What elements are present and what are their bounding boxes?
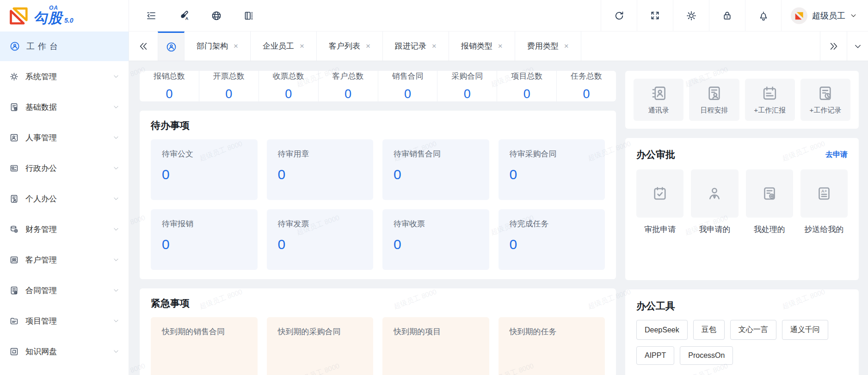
tab-reimburse-type[interactable]: 报销类型×: [449, 31, 515, 61]
logo-name: 勾股: [33, 10, 63, 25]
tabs-scroll-left-icon[interactable]: [129, 31, 158, 61]
card-value: 0: [394, 237, 478, 252]
tab-customer-list[interactable]: 客户列表×: [317, 31, 383, 61]
card-value: 0: [510, 167, 594, 182]
tool-button-aippt[interactable]: AIPPT: [636, 346, 674, 365]
close-icon[interactable]: ×: [564, 42, 569, 50]
quick-action-schedule[interactable]: 日程安排: [689, 79, 739, 121]
tool-button-doubao[interactable]: 豆包: [693, 320, 725, 340]
stat-invoice-out-total[interactable]: 开票总数0: [199, 71, 259, 101]
card-value: 0: [510, 237, 594, 252]
sidebar-item-workbench[interactable]: 工作台: [0, 31, 129, 61]
todo-card[interactable]: 待完成任务0: [499, 209, 605, 270]
stat-purchase-contract[interactable]: 采购合同0: [437, 71, 497, 101]
quick-action-work-record[interactable]: +工作记录: [800, 79, 850, 121]
todo-card[interactable]: 待审发票0: [267, 209, 374, 270]
close-icon[interactable]: ×: [498, 42, 503, 50]
tool-button-tongyi[interactable]: 通义千问: [782, 320, 828, 340]
urgent-card[interactable]: 快到期的任务: [499, 317, 605, 375]
card-value: 0: [162, 237, 246, 252]
svg-text:A+: A+: [821, 188, 827, 194]
quick-action-work-report[interactable]: +工作汇报: [745, 79, 795, 121]
sidebar-item-customer[interactable]: 客户管理: [0, 244, 129, 275]
tab-workbench-home[interactable]: [158, 31, 185, 61]
database-doc-icon: [9, 102, 19, 112]
theme-brush-icon[interactable]: A: [178, 10, 190, 21]
sidebar-item-finance[interactable]: 财务管理: [0, 214, 129, 244]
todo-card[interactable]: 待审收票0: [382, 209, 489, 270]
sidebar-item-system[interactable]: 系统管理: [0, 61, 129, 92]
collapse-sidebar-icon[interactable]: [146, 10, 157, 21]
language-globe-icon[interactable]: [211, 10, 222, 21]
tabs-dropdown-icon[interactable]: [847, 31, 868, 61]
refresh-icon[interactable]: [601, 0, 637, 31]
tool-button-processon[interactable]: ProcessOn: [680, 346, 733, 365]
close-icon[interactable]: ×: [234, 42, 238, 50]
stat-sales-contract[interactable]: 销售合同0: [378, 71, 438, 101]
sidebar-item-contract[interactable]: 合同管理: [0, 275, 129, 306]
tab-strip: 部门架构× 企业员工× 客户列表× 跟进记录× 报销类型× 费用类型×: [129, 31, 868, 61]
app-logo: OA勾股5.0: [0, 0, 129, 31]
stat-value: 0: [285, 87, 292, 101]
sidebar-item-project[interactable]: 项目管理: [0, 306, 129, 336]
card-value: 0: [278, 167, 363, 182]
user-menu[interactable]: 超级员工: [781, 0, 868, 31]
fullscreen-icon[interactable]: [637, 0, 673, 31]
quick-action-contacts[interactable]: 通讯录: [634, 79, 683, 121]
notification-bell-icon[interactable]: [745, 0, 781, 31]
todo-card[interactable]: 待审销售合同0: [382, 139, 489, 200]
sidebar-item-hr[interactable]: 人事管理: [0, 122, 129, 153]
logo-version: 5.0: [64, 17, 73, 24]
approval-item-cc-to-me[interactable]: A+ 抄送给我的: [800, 169, 848, 248]
todo-card[interactable]: 待审采购合同0: [499, 139, 605, 200]
sidebar-item-knowledge[interactable]: 知识网盘: [0, 336, 129, 367]
close-icon[interactable]: ×: [432, 42, 437, 50]
close-icon[interactable]: ×: [300, 42, 304, 50]
chevron-down-icon: [113, 348, 119, 355]
approval-item-handled-by-me[interactable]: 我处理的: [746, 169, 793, 248]
chevron-down-icon: [113, 104, 119, 110]
finance-icon: [9, 225, 19, 234]
approval-item-my-applications[interactable]: 我申请的: [691, 169, 738, 248]
go-apply-link[interactable]: 去申请: [825, 150, 848, 160]
tab-department-structure[interactable]: 部门架构×: [185, 31, 251, 61]
tab-expense-type[interactable]: 费用类型×: [515, 31, 581, 61]
lock-screen-icon[interactable]: [709, 0, 745, 31]
stat-project-total[interactable]: 项目总数0: [497, 71, 557, 101]
sidebar-item-personal-office[interactable]: 个人办公: [0, 183, 129, 214]
tool-buttons: DeepSeek 豆包 文心一言 通义千问 AIPPT ProcessOn: [636, 320, 848, 365]
tool-button-wenxin[interactable]: 文心一言: [730, 320, 776, 340]
stat-value: 0: [523, 87, 530, 101]
urgent-card[interactable]: 快到期的项目: [382, 317, 489, 375]
tabs-scroll-right-icon[interactable]: [820, 31, 847, 61]
sidebar-item-base-data[interactable]: 基础数据: [0, 92, 129, 122]
stats-summary-panel: 报销总数0 开票总数0 收票总数0 客户总数0 销售合同0 采购合同0 项目总数…: [140, 71, 616, 101]
layout-panel-icon[interactable]: [243, 10, 254, 21]
stat-label: 客户总数: [332, 71, 364, 81]
approval-item-apply[interactable]: 审批申请: [636, 169, 683, 248]
todo-card[interactable]: 待审报销0: [151, 209, 258, 270]
chevron-down-icon: [113, 165, 119, 171]
settings-gear-icon[interactable]: [673, 0, 709, 31]
contacts-book-icon: [650, 85, 667, 102]
tab-enterprise-staff[interactable]: 企业员工×: [251, 31, 317, 61]
todo-panel: 待办事项 待审公文0 待审用章0 待审销售合同0 待审采购合同0 待审报销0 待…: [140, 111, 616, 279]
urgent-card[interactable]: 快到期的销售合同: [151, 317, 258, 375]
stat-value: 0: [166, 87, 172, 101]
urgent-panel: 紧急事项 快到期的销售合同 快到期的采购合同 快到期的项目 快到期的任务: [140, 288, 616, 375]
stat-reimburse-total[interactable]: 报销总数0: [140, 71, 199, 101]
card-label: 待审收票: [394, 219, 478, 229]
tab-follow-records[interactable]: 跟进记录×: [383, 31, 449, 61]
urgent-card[interactable]: 快到期的采购合同: [267, 317, 374, 375]
close-icon[interactable]: ×: [366, 42, 370, 50]
tool-button-deepseek[interactable]: DeepSeek: [636, 320, 688, 340]
stat-value: 0: [345, 87, 351, 101]
stat-invoice-in-total[interactable]: 收票总数0: [259, 71, 319, 101]
stat-customer-total[interactable]: 客户总数0: [319, 71, 378, 101]
sidebar-item-admin[interactable]: 行政办公: [0, 153, 129, 183]
card-label: 快到期的销售合同: [162, 326, 246, 337]
stat-label: 收票总数: [273, 71, 304, 81]
todo-card[interactable]: 待审用章0: [267, 139, 374, 200]
stat-task-total[interactable]: 任务总数0: [557, 71, 616, 101]
todo-card[interactable]: 待审公文0: [151, 139, 258, 200]
